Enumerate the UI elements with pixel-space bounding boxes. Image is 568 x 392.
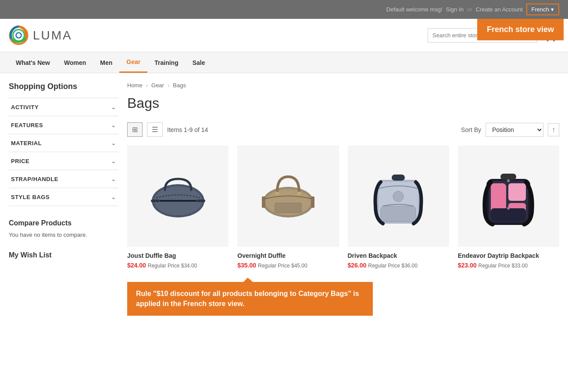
- product-image-container: [127, 146, 229, 247]
- language-button[interactable]: French ▾: [526, 4, 559, 15]
- regular-price: Regular Price $34.00: [148, 263, 197, 269]
- product-image-container: [237, 146, 339, 247]
- toolbar-right: Sort By Position Product Name Price ↑: [461, 123, 559, 137]
- items-count: Items 1-9 of 14: [167, 126, 208, 133]
- chevron-down-icon: ⌄: [111, 193, 116, 200]
- special-price: $26.00: [348, 262, 367, 269]
- filter-material[interactable]: MATERIAL ⌄: [9, 134, 118, 152]
- filter-features-label: FEATURES: [11, 122, 43, 128]
- regular-price: Regular Price $36.00: [368, 263, 418, 269]
- filter-activity[interactable]: ACTIVITY ⌄: [9, 98, 118, 116]
- nav-training[interactable]: Training: [147, 53, 185, 72]
- language-selector[interactable]: French ▾ French store view: [526, 4, 559, 15]
- breadcrumb-home[interactable]: Home: [127, 82, 143, 89]
- sort-select[interactable]: Position Product Name Price: [486, 123, 543, 137]
- breadcrumb-separator: ›: [146, 82, 148, 89]
- filter-price-label: PRICE: [11, 158, 29, 164]
- compare-products-title: Compare Products: [9, 219, 118, 227]
- svg-rect-11: [311, 196, 314, 208]
- chevron-down-icon: ⌄: [111, 175, 116, 182]
- nav-gear[interactable]: Gear: [119, 52, 147, 73]
- breadcrumb: Home › Gear › Bags: [127, 82, 559, 89]
- logo-icon: [9, 25, 29, 45]
- product-image-container: [458, 146, 559, 247]
- grid-view-icon: ⊞: [132, 126, 138, 133]
- product-image-duffle-tan: [253, 168, 323, 225]
- special-price: $35.00: [237, 262, 256, 269]
- chevron-down-icon: ⌄: [111, 121, 116, 128]
- main-nav: What's New Women Men Gear Training Sale: [0, 52, 568, 73]
- sidebar: Shopping Options ACTIVITY ⌄ FEATURES ⌄ M…: [9, 82, 118, 316]
- nav-whats-new[interactable]: What's New: [9, 53, 57, 72]
- toolbar-left: ⊞ ☰ Items 1-9 of 14: [127, 122, 208, 137]
- chevron-down-icon: ⌄: [111, 103, 116, 110]
- product-card[interactable]: Driven Backpack $26.00 Regular Price $36…: [348, 146, 449, 269]
- page-title: Bags: [127, 95, 559, 111]
- logo[interactable]: LUMA: [9, 25, 72, 45]
- list-view-button[interactable]: ☰: [147, 122, 163, 137]
- product-card[interactable]: Joust Duffle Bag $24.00 Regular Price $3…: [127, 146, 229, 269]
- nav-women[interactable]: Women: [57, 53, 93, 72]
- list-view-icon: ☰: [152, 126, 158, 133]
- or-separator: or: [467, 6, 472, 13]
- product-price: $35.00 Regular Price $45.00: [237, 262, 339, 269]
- logo-text: LUMA: [33, 29, 72, 43]
- svg-rect-5: [151, 200, 160, 202]
- shopping-options-title: Shopping Options: [9, 82, 118, 91]
- filter-price[interactable]: PRICE ⌄: [9, 152, 118, 170]
- svg-rect-7: [160, 200, 196, 202]
- filter-style-bags[interactable]: STYLE BAGS ⌄: [9, 188, 118, 206]
- filter-features[interactable]: FEATURES ⌄: [9, 116, 118, 134]
- filter-strap-handle[interactable]: STRAP/HANDLE ⌄: [9, 170, 118, 188]
- svg-point-28: [507, 207, 510, 210]
- filter-material-label: MATERIAL: [11, 140, 42, 146]
- svg-point-2: [16, 33, 21, 38]
- svg-point-13: [275, 192, 279, 195]
- breadcrumb-gear[interactable]: Gear: [151, 82, 164, 89]
- product-name: Overnight Duffle: [237, 252, 339, 259]
- search-icon[interactable]: 🔍: [524, 31, 532, 39]
- chevron-down-icon: ⌄: [111, 139, 116, 146]
- svg-point-1: [13, 30, 25, 41]
- special-price: $24.00: [127, 262, 146, 269]
- product-name: Endeavor Daytrip Backpack: [458, 252, 559, 259]
- filter-style-label: STYLE BAGS: [11, 194, 50, 200]
- language-label: French: [532, 6, 549, 13]
- filter-activity-label: ACTIVITY: [11, 104, 39, 110]
- toolbar: ⊞ ☰ Items 1-9 of 14 Sort By Position Pro…: [127, 122, 559, 137]
- nav-men[interactable]: Men: [93, 53, 119, 72]
- product-card[interactable]: Overnight Duffle $35.00 Regular Price $4…: [237, 146, 339, 269]
- header: LUMA 🔍 🛒: [0, 19, 568, 52]
- product-card[interactable]: Endeavor Daytrip Backpack $23.00 Regular…: [458, 146, 559, 269]
- top-bar: Default welcome msg! Sign In or Create a…: [0, 0, 568, 19]
- search-input[interactable]: [432, 32, 524, 39]
- svg-point-19: [393, 191, 404, 202]
- search-box[interactable]: 🔍: [428, 28, 537, 43]
- product-name: Driven Backpack: [348, 252, 449, 259]
- header-right: 🔍 🛒: [428, 28, 559, 43]
- product-price: $23.00 Regular Price $33.00: [458, 262, 559, 269]
- product-price: $24.00 Regular Price $34.00: [127, 262, 229, 269]
- nav-sale[interactable]: Sale: [186, 53, 212, 72]
- product-image-duffle-dark: [143, 168, 213, 225]
- special-price: $23.00: [458, 262, 477, 269]
- product-image-backpack-pink: [478, 162, 539, 230]
- create-account-link[interactable]: Create an Account: [476, 6, 523, 13]
- chevron-down-icon: ⌄: [111, 157, 116, 164]
- wishlist-section: My Wish List: [9, 251, 118, 259]
- regular-price: Regular Price $33.00: [478, 263, 528, 269]
- filter-strap-label: STRAP/HANDLE: [11, 176, 58, 182]
- sign-in-link[interactable]: Sign In: [446, 6, 464, 13]
- svg-rect-25: [500, 174, 516, 180]
- product-name: Joust Duffle Bag: [127, 252, 229, 259]
- cart-icon[interactable]: 🛒: [545, 29, 559, 42]
- compare-products-section: Compare Products You have no items to co…: [9, 219, 118, 238]
- compare-empty-text: You have no items to compare.: [9, 232, 118, 238]
- svg-rect-6: [196, 200, 205, 202]
- grid-view-button[interactable]: ⊞: [127, 122, 143, 137]
- svg-rect-17: [392, 175, 405, 181]
- svg-point-14: [297, 192, 301, 195]
- regular-price: Regular Price $45.00: [258, 263, 307, 269]
- sort-direction-button[interactable]: ↑: [548, 123, 559, 136]
- annotation-text: Rule "$10 discount for all products belo…: [136, 290, 359, 307]
